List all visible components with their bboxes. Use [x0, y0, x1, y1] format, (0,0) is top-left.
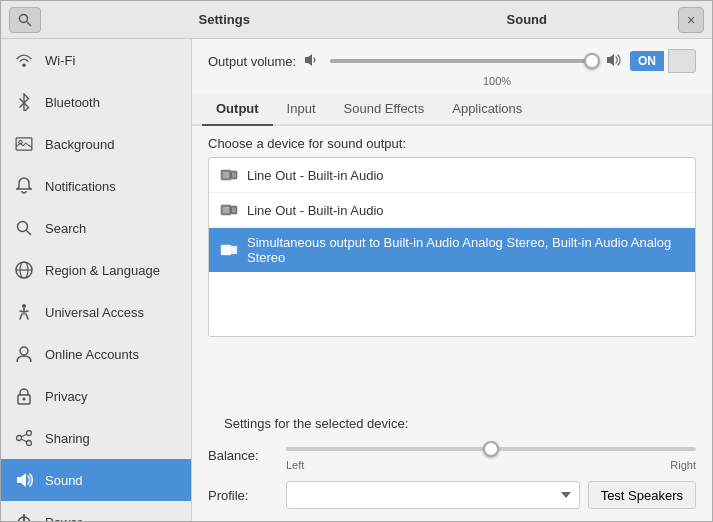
sidebar-item-sound[interactable]: Sound — [1, 459, 191, 501]
close-button[interactable]: × — [678, 7, 704, 33]
sidebar-item-region[interactable]: Region & Language — [1, 249, 191, 291]
tab-applications[interactable]: Applications — [438, 93, 536, 126]
tab-input[interactable]: Input — [273, 93, 330, 126]
device-item-simultaneous[interactable]: Simultaneous output to Built-in Audio An… — [209, 228, 695, 272]
tab-output[interactable]: Output — [202, 93, 273, 126]
svg-point-3 — [19, 141, 23, 145]
bluetooth-label: Bluetooth — [45, 95, 100, 110]
power-label: Power — [45, 515, 82, 522]
online-accounts-label: Online Accounts — [45, 347, 139, 362]
svg-line-5 — [27, 231, 32, 236]
svg-rect-30 — [223, 207, 229, 213]
balance-slider-container[interactable]: Left Right — [286, 439, 696, 471]
titlebar: Settings Sound × — [1, 1, 712, 39]
devices-section: Choose a device for sound output: Line O… — [192, 126, 712, 402]
devices-label: Choose a device for sound output: — [208, 136, 696, 151]
device-label-1: Line Out - Built-in Audio — [247, 168, 384, 183]
svg-point-4 — [18, 222, 28, 232]
volume-section: Output volume: ON — [192, 39, 712, 93]
volume-percent: 100% — [208, 75, 696, 87]
tabs-bar: Output Input Sound Effects Applications — [192, 93, 712, 126]
toggle-off-area[interactable] — [668, 49, 696, 73]
device-icon-1 — [219, 165, 239, 185]
svg-rect-36 — [232, 248, 236, 253]
privacy-label: Privacy — [45, 389, 88, 404]
search-icon — [18, 13, 32, 27]
main-content: Wi-Fi Bluetooth Background Notifications — [1, 39, 712, 521]
svg-rect-28 — [232, 173, 236, 178]
device-label-2: Line Out - Built-in Audio — [247, 203, 384, 218]
sidebar-item-background[interactable]: Background — [1, 123, 191, 165]
svg-line-1 — [27, 22, 31, 26]
universal-access-icon — [13, 301, 35, 323]
region-label: Region & Language — [45, 263, 160, 278]
sound-panel-title: Sound — [376, 12, 679, 27]
sidebar: Wi-Fi Bluetooth Background Notifications — [1, 39, 192, 521]
sound-icon — [13, 469, 35, 491]
sound-panel: Output volume: ON — [192, 39, 712, 521]
volume-label: Output volume: — [208, 54, 296, 69]
svg-point-0 — [20, 14, 28, 22]
toggle-wrapper: ON — [630, 49, 696, 73]
sharing-label: Sharing — [45, 431, 90, 446]
volume-thumb[interactable] — [584, 53, 600, 69]
test-speakers-button[interactable]: Test Speakers — [588, 481, 696, 509]
settings-title: Settings — [73, 12, 376, 27]
wifi-label: Wi-Fi — [45, 53, 75, 68]
background-label: Background — [45, 137, 114, 152]
toggle-on-button[interactable]: ON — [630, 51, 664, 71]
sound-label: Sound — [45, 473, 83, 488]
device-item-line-out-2[interactable]: Line Out - Built-in Audio — [209, 193, 695, 228]
balance-thumb[interactable] — [483, 441, 499, 457]
device-icon-3 — [219, 240, 239, 260]
profile-select[interactable] — [286, 481, 580, 509]
svg-point-10 — [20, 347, 28, 355]
svg-line-17 — [21, 439, 27, 442]
device-list: Line Out - Built-in Audio Line Out - Bui… — [208, 157, 696, 337]
notifications-label: Notifications — [45, 179, 116, 194]
svg-rect-2 — [16, 138, 32, 150]
sidebar-item-bluetooth[interactable]: Bluetooth — [1, 81, 191, 123]
volume-fill — [330, 59, 594, 63]
balance-label: Balance: — [208, 448, 278, 463]
balance-right-label: Right — [670, 459, 696, 471]
sidebar-item-power[interactable]: Power — [1, 501, 191, 521]
main-window: Settings Sound × Wi-Fi Bluetooth — [0, 0, 713, 522]
volume-row: Output volume: ON — [208, 49, 696, 73]
sidebar-item-wifi[interactable]: Wi-Fi — [1, 39, 191, 81]
device-icon-2 — [219, 200, 239, 220]
svg-rect-34 — [223, 247, 229, 253]
volume-low-icon — [304, 53, 318, 70]
balance-left-label: Left — [286, 459, 304, 471]
volume-high-icon — [606, 53, 622, 70]
search-button[interactable] — [9, 7, 41, 33]
search-label: Search — [45, 221, 86, 236]
balance-row: Balance: Left Right — [208, 439, 696, 471]
svg-rect-32 — [232, 208, 236, 213]
sidebar-item-notifications[interactable]: Notifications — [1, 165, 191, 207]
background-icon — [13, 133, 35, 155]
device-settings: Settings for the selected device: Balanc… — [192, 402, 712, 521]
volume-slider[interactable] — [330, 51, 594, 71]
balance-labels: Left Right — [286, 459, 696, 471]
sidebar-item-search[interactable]: Search — [1, 207, 191, 249]
sidebar-item-privacy[interactable]: Privacy — [1, 375, 191, 417]
profile-label: Profile: — [208, 488, 278, 503]
volume-track — [330, 59, 594, 63]
sharing-icon — [13, 427, 35, 449]
device-item-line-out-1[interactable]: Line Out - Built-in Audio — [209, 158, 695, 193]
privacy-icon — [13, 385, 35, 407]
notifications-icon — [13, 175, 35, 197]
wifi-icon — [13, 49, 35, 71]
svg-point-14 — [27, 441, 32, 446]
bluetooth-icon — [13, 91, 35, 113]
tab-sound-effects[interactable]: Sound Effects — [330, 93, 439, 126]
sidebar-item-universal-access[interactable]: Universal Access — [1, 291, 191, 333]
svg-point-15 — [17, 436, 22, 441]
svg-line-16 — [21, 434, 27, 437]
selected-device-header: Settings for the selected device: — [208, 410, 696, 431]
sidebar-item-sharing[interactable]: Sharing — [1, 417, 191, 459]
balance-track — [286, 447, 696, 451]
region-icon — [13, 259, 35, 281]
sidebar-item-online-accounts[interactable]: Online Accounts — [1, 333, 191, 375]
